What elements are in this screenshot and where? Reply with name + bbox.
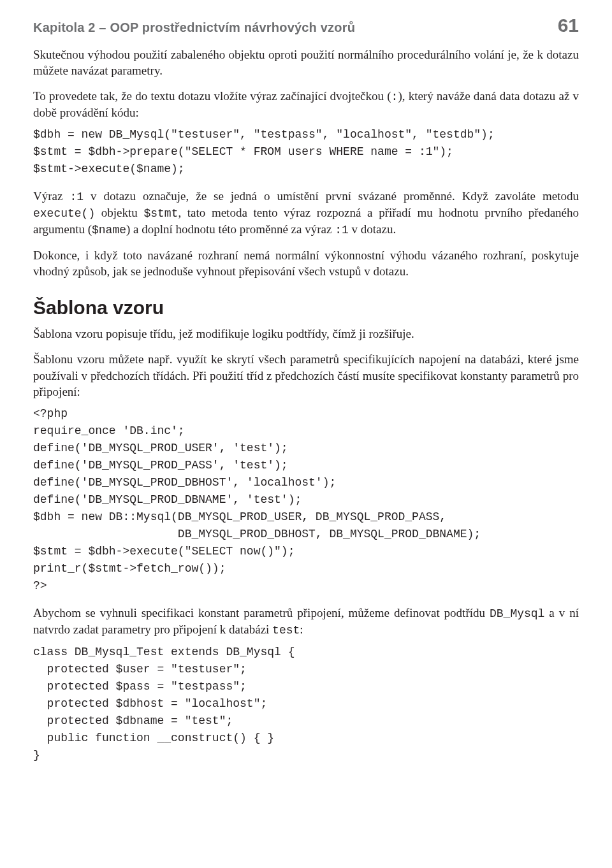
code-block: $dbh = new DB_Mysql("testuser", "testpas… [33,126,579,178]
body-paragraph: Výraz :1 v dotazu označuje, že se jedná … [33,188,579,238]
body-paragraph: Dokonce, i když toto navázané rozhraní n… [33,247,579,280]
code-block: class DB_Mysql_Test extends DB_Mysql { p… [33,644,579,764]
body-paragraph: Skutečnou výhodou použití zabaleného obj… [33,47,579,79]
inline-code: : [391,90,398,103]
text-run: v dotazu označuje, že se jedná o umístěn… [84,189,579,203]
chapter-title: Kapitola 2 – OOP prostřednictvím návrhov… [33,19,355,36]
body-paragraph: Šablonu vzoru můžete např. využít ke skr… [33,351,579,400]
text-run: ) a doplní hodnotu této proměnné za výra… [126,222,335,236]
text-run: To provedete tak, že do textu dotazu vlo… [33,89,391,103]
page-header: Kapitola 2 – OOP prostřednictvím návrhov… [33,13,579,39]
page-number: 61 [558,13,579,39]
body-paragraph: To provedete tak, že do textu dotazu vlo… [33,88,579,121]
text-run: objektu [95,206,143,219]
text-run: Abychom se vyhnuli specifikaci konstant … [33,606,490,619]
body-paragraph: Abychom se vyhnuli specifikaci konstant … [33,605,579,639]
inline-code: DB_Mysql [490,607,544,620]
inline-code: :1 [69,191,84,203]
section-heading: Šablona vzoru [33,295,579,321]
code-block: <?php require_once 'DB.inc'; define('DB_… [33,405,579,595]
text-run: Výraz [33,189,69,203]
inline-code: $stmt [143,207,178,220]
text-run: : [300,623,303,636]
inline-code: :1 [335,224,349,236]
inline-code: test [272,624,300,637]
body-paragraph: Šablona vzoru popisuje třídu, jež modifi… [33,326,579,342]
inline-code: execute() [33,207,95,220]
inline-code: $name [92,224,126,236]
text-run: v dotazu. [349,222,396,236]
